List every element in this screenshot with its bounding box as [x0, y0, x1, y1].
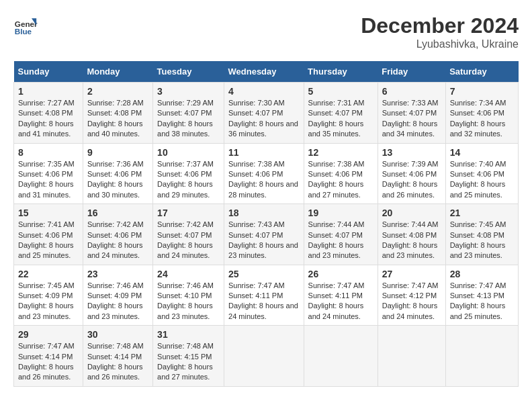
daylight-label: Daylight: 8 hours and 30 minutes.	[87, 180, 143, 198]
week-row-1: 1 Sunrise: 7:27 AM Sunset: 4:08 PM Dayli…	[14, 83, 519, 144]
calendar-cell: 26 Sunrise: 7:47 AM Sunset: 4:11 PM Dayl…	[304, 265, 378, 326]
sunset-label: Sunset: 4:09 PM	[18, 291, 73, 300]
calendar-cell: 6 Sunrise: 7:33 AM Sunset: 4:07 PM Dayli…	[378, 83, 445, 144]
sunset-label: Sunset: 4:06 PM	[450, 109, 504, 117]
calendar-table: SundayMondayTuesdayWednesdayThursdayFrid…	[13, 61, 519, 387]
sunset-label: Sunset: 4:15 PM	[157, 353, 212, 361]
day-info: Sunrise: 7:48 AM Sunset: 4:14 PM Dayligh…	[87, 341, 148, 383]
daylight-label: Daylight: 8 hours and 25 minutes.	[450, 180, 506, 198]
week-row-5: 29 Sunrise: 7:47 AM Sunset: 4:14 PM Dayl…	[14, 326, 519, 387]
day-number: 4	[228, 86, 300, 97]
day-number: 13	[382, 147, 441, 158]
calendar-cell: 24 Sunrise: 7:46 AM Sunset: 4:10 PM Dayl…	[153, 265, 224, 326]
sunset-label: Sunset: 4:06 PM	[382, 170, 437, 178]
day-info: Sunrise: 7:42 AM Sunset: 4:07 PM Dayligh…	[157, 220, 220, 261]
calendar-cell: 18 Sunrise: 7:43 AM Sunset: 4:07 PM Dayl…	[224, 204, 304, 265]
day-number: 14	[450, 147, 514, 158]
day-info: Sunrise: 7:29 AM Sunset: 4:07 PM Dayligh…	[157, 98, 220, 140]
sunset-label: Sunset: 4:08 PM	[382, 231, 437, 239]
day-info: Sunrise: 7:36 AM Sunset: 4:06 PM Dayligh…	[87, 159, 148, 201]
calendar-cell: 30 Sunrise: 7:48 AM Sunset: 4:14 PM Dayl…	[83, 326, 152, 387]
calendar-cell: 12 Sunrise: 7:38 AM Sunset: 4:06 PM Dayl…	[304, 143, 378, 204]
header-tuesday: Tuesday	[153, 61, 224, 83]
sunset-label: Sunset: 4:08 PM	[18, 109, 73, 117]
day-info: Sunrise: 7:40 AM Sunset: 4:06 PM Dayligh…	[450, 159, 514, 201]
calendar-cell: 16 Sunrise: 7:42 AM Sunset: 4:06 PM Dayl…	[83, 204, 152, 265]
sunrise-label: Sunrise: 7:46 AM	[87, 281, 144, 289]
header-friday: Friday	[378, 61, 445, 83]
sunset-label: Sunset: 4:08 PM	[87, 109, 142, 117]
sunrise-label: Sunrise: 7:48 AM	[157, 342, 214, 350]
day-info: Sunrise: 7:47 AM Sunset: 4:12 PM Dayligh…	[382, 281, 441, 322]
calendar-cell	[304, 326, 378, 387]
day-info: Sunrise: 7:48 AM Sunset: 4:15 PM Dayligh…	[157, 341, 220, 383]
sunset-label: Sunset: 4:12 PM	[382, 291, 437, 300]
header-thursday: Thursday	[304, 61, 378, 83]
daylight-label: Daylight: 8 hours and 23 minutes.	[87, 302, 143, 320]
day-info: Sunrise: 7:33 AM Sunset: 4:07 PM Dayligh…	[382, 98, 441, 140]
daylight-label: Daylight: 8 hours and 25 minutes.	[450, 302, 506, 320]
sunrise-label: Sunrise: 7:34 AM	[450, 99, 506, 107]
daylight-label: Daylight: 8 hours and 23 minutes.	[382, 241, 438, 259]
daylight-label: Daylight: 8 hours and 24 minutes.	[228, 302, 298, 320]
sunrise-label: Sunrise: 7:42 AM	[157, 220, 214, 228]
day-info: Sunrise: 7:39 AM Sunset: 4:06 PM Dayligh…	[382, 159, 441, 201]
sunrise-label: Sunrise: 7:30 AM	[228, 99, 285, 107]
daylight-label: Daylight: 8 hours and 27 minutes.	[308, 180, 364, 198]
calendar-cell: 10 Sunrise: 7:37 AM Sunset: 4:06 PM Dayl…	[153, 143, 224, 204]
calendar-cell: 1 Sunrise: 7:27 AM Sunset: 4:08 PM Dayli…	[14, 83, 83, 144]
page-title: December 2024	[361, 13, 519, 38]
sunrise-label: Sunrise: 7:45 AM	[18, 281, 75, 289]
sunset-label: Sunset: 4:10 PM	[157, 291, 212, 300]
calendar-cell: 13 Sunrise: 7:39 AM Sunset: 4:06 PM Dayl…	[378, 143, 445, 204]
sunset-label: Sunset: 4:14 PM	[18, 353, 73, 361]
sunrise-label: Sunrise: 7:47 AM	[382, 281, 439, 289]
page-subtitle: Lyubashivka, Ukraine	[361, 38, 519, 50]
day-number: 2	[87, 86, 148, 97]
sunrise-label: Sunrise: 7:38 AM	[308, 160, 365, 168]
week-row-3: 15 Sunrise: 7:41 AM Sunset: 4:06 PM Dayl…	[14, 204, 519, 265]
daylight-label: Daylight: 8 hours and 34 minutes.	[382, 120, 438, 138]
daylight-label: Daylight: 8 hours and 26 minutes.	[18, 363, 74, 381]
sunrise-label: Sunrise: 7:40 AM	[450, 160, 506, 168]
sunrise-label: Sunrise: 7:38 AM	[228, 160, 285, 168]
sunset-label: Sunset: 4:13 PM	[450, 291, 504, 300]
daylight-label: Daylight: 8 hours and 24 minutes.	[157, 241, 213, 259]
day-number: 8	[18, 147, 79, 158]
sunset-label: Sunset: 4:07 PM	[228, 109, 283, 117]
day-info: Sunrise: 7:28 AM Sunset: 4:08 PM Dayligh…	[87, 98, 148, 140]
day-info: Sunrise: 7:42 AM Sunset: 4:06 PM Dayligh…	[87, 220, 148, 261]
daylight-label: Daylight: 8 hours and 26 minutes.	[382, 180, 438, 198]
sunset-label: Sunset: 4:14 PM	[87, 353, 142, 361]
daylight-label: Daylight: 8 hours and 36 minutes.	[228, 120, 298, 138]
day-number: 15	[18, 208, 79, 218]
sunrise-label: Sunrise: 7:45 AM	[450, 220, 506, 228]
calendar-cell: 2 Sunrise: 7:28 AM Sunset: 4:08 PM Dayli…	[83, 83, 152, 144]
calendar-cell: 28 Sunrise: 7:47 AM Sunset: 4:13 PM Dayl…	[445, 265, 518, 326]
calendar-cell: 7 Sunrise: 7:34 AM Sunset: 4:06 PM Dayli…	[445, 83, 518, 144]
calendar-cell: 11 Sunrise: 7:38 AM Sunset: 4:06 PM Dayl…	[224, 143, 304, 204]
calendar-cell: 4 Sunrise: 7:30 AM Sunset: 4:07 PM Dayli…	[224, 83, 304, 144]
day-info: Sunrise: 7:38 AM Sunset: 4:06 PM Dayligh…	[308, 159, 373, 201]
daylight-label: Daylight: 8 hours and 35 minutes.	[308, 120, 364, 138]
header-row: SundayMondayTuesdayWednesdayThursdayFrid…	[14, 61, 519, 83]
day-info: Sunrise: 7:47 AM Sunset: 4:13 PM Dayligh…	[450, 281, 514, 322]
calendar-cell	[378, 326, 445, 387]
sunset-label: Sunset: 4:07 PM	[228, 231, 283, 239]
sunrise-label: Sunrise: 7:47 AM	[18, 342, 75, 350]
sunset-label: Sunset: 4:11 PM	[228, 291, 283, 300]
sunrise-label: Sunrise: 7:33 AM	[382, 99, 439, 107]
header-sunday: Sunday	[14, 61, 83, 83]
header-wednesday: Wednesday	[224, 61, 304, 83]
sunset-label: Sunset: 4:06 PM	[228, 170, 283, 178]
sunrise-label: Sunrise: 7:47 AM	[308, 281, 365, 289]
calendar-cell: 23 Sunrise: 7:46 AM Sunset: 4:09 PM Dayl…	[83, 265, 152, 326]
day-number: 12	[308, 147, 373, 158]
calendar-cell: 20 Sunrise: 7:44 AM Sunset: 4:08 PM Dayl…	[378, 204, 445, 265]
day-number: 17	[157, 208, 220, 218]
svg-text:Blue: Blue	[15, 27, 32, 36]
sunrise-label: Sunrise: 7:29 AM	[157, 99, 214, 107]
day-number: 6	[382, 86, 441, 97]
daylight-label: Daylight: 8 hours and 25 minutes.	[18, 241, 74, 259]
day-number: 18	[228, 208, 300, 218]
